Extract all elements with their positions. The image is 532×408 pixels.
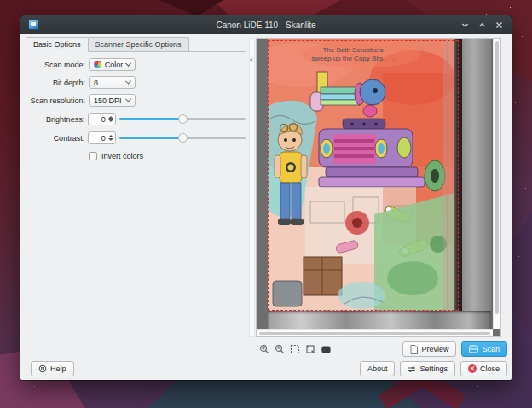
- scan-button[interactable]: Scan: [461, 341, 507, 357]
- panel-splitter[interactable]: [249, 38, 255, 337]
- scan-actions: Preview Scan: [402, 341, 507, 357]
- skanlite-window: Canon LiDE 110 - Skanlite Basic Options: [20, 15, 512, 380]
- scan-caption-line1: The Bath Scrubbers: [322, 46, 383, 54]
- preview-vertical-scrollbar[interactable]: [493, 39, 500, 329]
- chevron-down-icon: [125, 96, 131, 102]
- spin-up-icon[interactable]: [108, 116, 113, 119]
- vertical-scrollbar-handle[interactable]: [495, 41, 499, 314]
- chevron-down-icon: [461, 21, 469, 29]
- preview-button[interactable]: Preview: [402, 341, 456, 357]
- contrast-spinbox[interactable]: 0: [88, 131, 116, 144]
- brightness-value: 0: [92, 115, 108, 124]
- scan-preview-image: The Bath Scrubbers sweep up the Copy Bit…: [268, 39, 491, 329]
- chevron-up-icon: [478, 21, 486, 29]
- options-tabbar: Basic Options Scanner Specific Options: [26, 37, 189, 52]
- scan-mode-select[interactable]: Color: [89, 58, 136, 71]
- scan-caption-line2: sweep up the Copy Bits . . .: [311, 55, 394, 62]
- invert-colors-checkbox[interactable]: [89, 152, 97, 160]
- help-buoy-icon: [38, 364, 47, 373]
- basic-options-panel: Scan mode: Color Bit depth: 8 Scan re: [26, 53, 246, 162]
- bit-depth-select[interactable]: 8: [89, 76, 136, 89]
- window-body: Basic Options Scanner Specific Options S…: [20, 34, 512, 380]
- contrast-slider-handle[interactable]: [178, 133, 188, 143]
- contrast-value: 0: [92, 134, 108, 143]
- document-icon: [410, 345, 418, 354]
- clear-selections-icon[interactable]: [320, 343, 331, 354]
- maximize-button[interactable]: [477, 20, 487, 30]
- brightness-spinbox[interactable]: 0: [88, 113, 116, 125]
- scan-mode-row: Scan mode: Color: [26, 58, 246, 71]
- bit-depth-value: 8: [94, 79, 98, 87]
- brightness-slider-handle[interactable]: [178, 114, 188, 124]
- titlebar[interactable]: Canon LiDE 110 - Skanlite: [20, 15, 512, 34]
- contrast-label: Contrast:: [26, 134, 84, 143]
- zoom-to-fit-icon[interactable]: [304, 343, 315, 354]
- color-wheel-icon: [94, 61, 101, 68]
- page-edge-shadow: [454, 39, 462, 311]
- chevron-down-icon: [125, 61, 131, 67]
- collapse-left-icon: [250, 57, 255, 62]
- zoom-out-icon[interactable]: [274, 343, 285, 354]
- spin-up-icon[interactable]: [108, 135, 113, 137]
- chevron-down-icon: [125, 79, 131, 85]
- scan-resolution-select[interactable]: 150 DPI: [89, 94, 136, 107]
- spin-down-icon[interactable]: [108, 138, 113, 141]
- brightness-row: Brightness: 0: [26, 113, 246, 125]
- close-button[interactable]: Close: [460, 361, 507, 376]
- sliders-icon: [408, 365, 416, 373]
- close-icon: [495, 21, 503, 29]
- invert-colors-label: Invert colors: [101, 152, 143, 160]
- tab-scanner-specific-options[interactable]: Scanner Specific Options: [89, 37, 189, 52]
- settings-button[interactable]: Settings: [400, 361, 455, 376]
- scan-mode-label: Scan mode:: [26, 61, 85, 69]
- scan-preview-viewport[interactable]: The Bath Scrubbers sweep up the Copy Bit…: [256, 38, 501, 337]
- zoom-in-icon[interactable]: [258, 343, 269, 354]
- horizontal-scrollbar-handle[interactable]: [259, 332, 490, 335]
- scan-mode-value: Color: [105, 61, 124, 69]
- contrast-slider[interactable]: [119, 131, 246, 144]
- dialog-actions: About Settings Close: [360, 361, 507, 376]
- scanner-lid-bottom: [268, 311, 491, 329]
- about-button[interactable]: About: [360, 361, 396, 376]
- preview-horizontal-scrollbar[interactable]: [257, 329, 493, 336]
- wallpaper-stars: [0, 0, 1, 1]
- scanner-lid-right: [462, 39, 491, 311]
- desktop-wallpaper: Canon LiDE 110 - Skanlite Basic Options: [0, 0, 532, 408]
- zoom-to-selection-icon[interactable]: [289, 343, 300, 354]
- tab-basic-options[interactable]: Basic Options: [26, 37, 89, 52]
- bit-depth-row: Bit depth: 8: [26, 76, 246, 89]
- spin-down-icon[interactable]: [108, 119, 113, 122]
- contrast-row: Contrast: 0: [26, 131, 246, 144]
- scanned-drawing: The Bath Scrubbers sweep up the Copy Bit…: [268, 39, 454, 311]
- window-title: Canon LiDE 110 - Skanlite: [20, 20, 512, 30]
- scan-resolution-label: Scan resolution:: [26, 96, 85, 105]
- brightness-label: Brightness:: [26, 115, 84, 124]
- brightness-slider[interactable]: [119, 113, 246, 125]
- close-window-button[interactable]: [494, 20, 504, 30]
- close-circle-icon: [468, 364, 477, 373]
- skanlite-app-icon: [28, 20, 38, 30]
- scan-resolution-value: 150 DPI: [94, 96, 122, 105]
- minimize-button[interactable]: [460, 20, 470, 30]
- scanned-page: The Bath Scrubbers sweep up the Copy Bit…: [268, 39, 454, 311]
- bit-depth-label: Bit depth:: [26, 79, 85, 87]
- help-button[interactable]: Help: [31, 361, 74, 376]
- invert-colors-row: Invert colors: [89, 149, 246, 162]
- preview-toolbar: [258, 343, 331, 354]
- scan-resolution-row: Scan resolution: 150 DPI: [26, 94, 246, 107]
- scanner-icon: [469, 345, 478, 353]
